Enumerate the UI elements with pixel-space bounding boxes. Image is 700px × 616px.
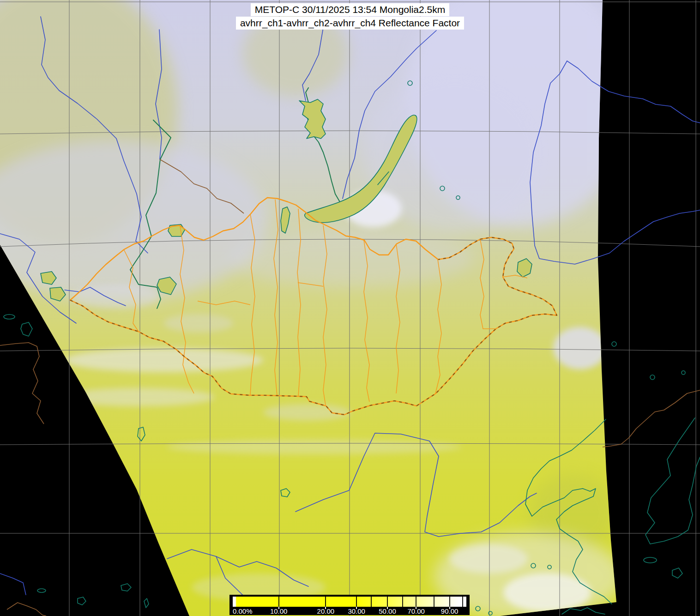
colorbar-tick	[356, 597, 357, 607]
colorbar-label: 20.00	[317, 607, 335, 615]
colorbar-tick	[371, 597, 372, 607]
colorbar-tick	[416, 597, 416, 607]
colorbar-tick	[278, 597, 279, 607]
colorbar-tick	[387, 597, 388, 607]
map-title-block: METOP-C 30/11/2025 13:54 Mongolia2.5km a…	[0, 3, 700, 30]
satellite-map	[0, 0, 700, 616]
colorbar-label: 90.00	[441, 607, 459, 615]
satellite-image-viewer: METOP-C 30/11/2025 13:54 Mongolia2.5km a…	[0, 0, 700, 616]
map-title-line2: avhrr_ch1-avhrr_ch2-avhrr_ch4 Reflectanc…	[236, 17, 464, 30]
colorbar: 0.00%10.0020.0030.0050.0070.0090.00	[229, 595, 470, 615]
colorbar-label: 70.00	[407, 607, 425, 615]
colorbar-tick	[449, 597, 450, 607]
colorbar-tick	[462, 597, 463, 607]
colorbar-label: 50.00	[379, 607, 396, 615]
colorbar-labels: 0.00%10.0020.0030.0050.0070.0090.00	[233, 607, 466, 615]
colorbar-gradient	[233, 597, 466, 607]
colorbar-tick	[325, 597, 326, 607]
map-title-line1: METOP-C 30/11/2025 13:54 Mongolia2.5km	[251, 3, 449, 16]
colorbar-label: 0.00%	[233, 607, 253, 615]
colorbar-tick	[402, 597, 403, 607]
colorbar-tick	[434, 597, 434, 607]
colorbar-label: 30.00	[348, 607, 365, 615]
colorbar-label: 10.00	[270, 607, 288, 615]
